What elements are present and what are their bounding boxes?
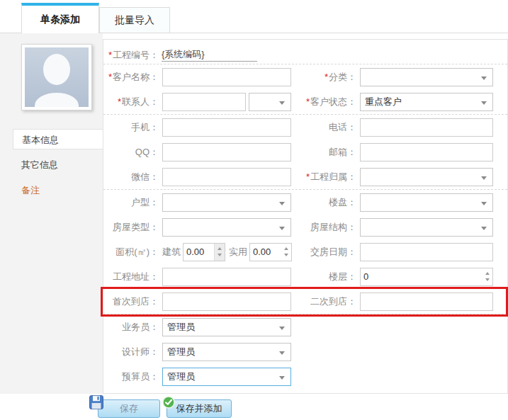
chevron-down-icon	[481, 176, 487, 180]
budgeter-label: 预算员：	[103, 370, 159, 383]
designer-select-value: 管理员	[167, 346, 195, 358]
chevron-down-icon	[279, 202, 285, 205]
salesman-select[interactable]: 管理员	[162, 318, 291, 336]
contact-input[interactable]	[162, 93, 246, 111]
email-input[interactable]	[360, 143, 493, 161]
phone-label-text: 电话：	[329, 122, 356, 132]
delivery-date-label-text: 交房日期：	[310, 246, 356, 257]
qq-label: QQ：	[103, 146, 159, 159]
row-store-visits: 首次到店： 二次到店：	[103, 289, 507, 314]
person-silhouette-icon	[43, 54, 70, 85]
stepper-arrows[interactable]	[214, 244, 225, 261]
arrow-up-icon[interactable]	[485, 272, 490, 275]
house-type-label-text: 房屋类型：	[113, 222, 159, 232]
sidebar-item-remark[interactable]: 备注	[0, 180, 103, 200]
stepper-arrows[interactable]	[281, 244, 291, 261]
save-and-add-button-label: 保存并添加	[176, 402, 222, 415]
area-usable-value: 0.00	[253, 246, 271, 257]
sidebar: 基本信息 其它信息 备注	[0, 33, 103, 394]
project-address-label-text: 工程地址：	[113, 271, 159, 282]
tab-batch-import[interactable]: 批量导入	[99, 7, 170, 33]
second-visit-label-text: 二次到店：	[310, 296, 356, 307]
customer-name-label-text: 客户名称：	[113, 72, 159, 82]
budgeter-label-text: 预算员：	[122, 371, 159, 382]
house-type-select[interactable]	[162, 218, 291, 237]
row-budgeter: 预算员： 管理员	[103, 364, 507, 389]
chevron-down-icon	[481, 101, 487, 105]
delivery-date-input[interactable]	[360, 243, 493, 261]
arrow-down-icon[interactable]	[218, 254, 222, 256]
contact-title-select[interactable]	[249, 93, 291, 111]
area-usable-sublabel: 实用	[229, 246, 247, 259]
sidebar-item-remark-label: 备注	[21, 185, 40, 195]
customer-name-input[interactable]	[162, 68, 291, 86]
area-building-stepper[interactable]: 0.00	[183, 243, 225, 261]
row-type-structure: 房屋类型： 房屋结构：	[103, 215, 507, 239]
tab-single-add[interactable]: 单条添加	[21, 3, 99, 33]
project-belong-label-text: 工程归属：	[310, 171, 356, 182]
chevron-down-icon	[481, 227, 487, 230]
project-belong-select[interactable]	[360, 168, 493, 186]
save-button[interactable]: 保存	[98, 399, 160, 418]
save-and-add-button[interactable]: 保存并添加	[166, 399, 232, 418]
salesman-select-value: 管理员	[167, 321, 195, 334]
project-belong-label: *工程归属：	[291, 171, 356, 183]
customer-status-select[interactable]: 重点客户	[360, 93, 493, 111]
tab-bar: 单条添加 批量导入	[0, 0, 508, 33]
customer-name-label: *客户名称：	[103, 71, 159, 84]
contact-label-text: 联系人：	[122, 96, 159, 107]
house-layout-select[interactable]	[162, 193, 291, 212]
project-no-label-text: 工程编号：	[113, 50, 159, 60]
stepper-arrows[interactable]	[482, 268, 492, 285]
mobile-input[interactable]	[162, 118, 291, 137]
area-usable-stepper[interactable]: 0.00	[249, 243, 292, 261]
salesman-label: 业务员：	[103, 321, 159, 334]
first-visit-input[interactable]	[162, 293, 291, 311]
required-mark: *	[108, 50, 112, 60]
tab-batch-import-label: 批量导入	[115, 14, 154, 27]
chevron-down-icon	[279, 351, 285, 355]
area-building-value: 0.00	[186, 246, 204, 257]
check-circle-icon	[162, 396, 175, 411]
arrow-up-icon[interactable]	[284, 247, 288, 250]
form-panel: *工程编号： {系统编码} *客户名称： *分类： *联系人	[103, 39, 508, 394]
building-label-text: 楼盘：	[329, 197, 356, 208]
chevron-down-icon	[279, 376, 285, 380]
floor-value: 0	[363, 271, 368, 282]
designer-select[interactable]: 管理员	[162, 343, 291, 361]
phone-input[interactable]	[360, 118, 493, 137]
chevron-down-icon	[279, 227, 285, 230]
second-visit-label: 二次到店：	[291, 295, 356, 308]
row-contact-status: *联系人： *客户状态： 重点客户	[103, 89, 507, 114]
arrow-down-icon[interactable]	[485, 278, 490, 281]
tab-single-add-label: 单条添加	[40, 13, 80, 26]
chevron-down-icon	[481, 76, 487, 80]
house-structure-label: 房屋结构：	[291, 221, 356, 234]
wechat-label: 微信：	[103, 171, 159, 183]
second-visit-input[interactable]	[360, 293, 493, 311]
customer-status-select-value: 重点客户	[365, 96, 402, 108]
project-address-input[interactable]	[162, 268, 291, 286]
building-select[interactable]	[360, 193, 493, 212]
contact-label: *联系人：	[103, 96, 159, 108]
category-select[interactable]	[360, 68, 493, 86]
sidebar-item-basic-info[interactable]: 基本信息	[13, 129, 103, 149]
arrow-up-icon[interactable]	[218, 247, 222, 250]
wechat-input[interactable]	[162, 168, 291, 186]
arrow-down-icon[interactable]	[284, 254, 288, 256]
save-button-label: 保存	[120, 402, 138, 415]
qq-input[interactable]	[162, 143, 291, 161]
house-structure-select[interactable]	[360, 218, 493, 237]
floor-stepper[interactable]: 0	[360, 268, 493, 286]
chevron-down-icon	[279, 327, 285, 330]
sidebar-item-other-info[interactable]: 其它信息	[0, 154, 103, 175]
area-label: 面积(㎡)：	[103, 246, 159, 259]
first-visit-label-text: 首次到店：	[113, 296, 159, 307]
row-area-delivery: 面积(㎡)： 建筑 0.00 实用 0.00	[103, 239, 507, 264]
salesman-label-text: 业务员：	[122, 322, 159, 332]
category-label-text: 分类：	[329, 72, 356, 82]
avatar[interactable]	[21, 44, 92, 110]
budgeter-select[interactable]: 管理员	[162, 368, 291, 386]
budgeter-select-value: 管理员	[167, 370, 195, 383]
email-label: 邮箱：	[291, 146, 356, 159]
